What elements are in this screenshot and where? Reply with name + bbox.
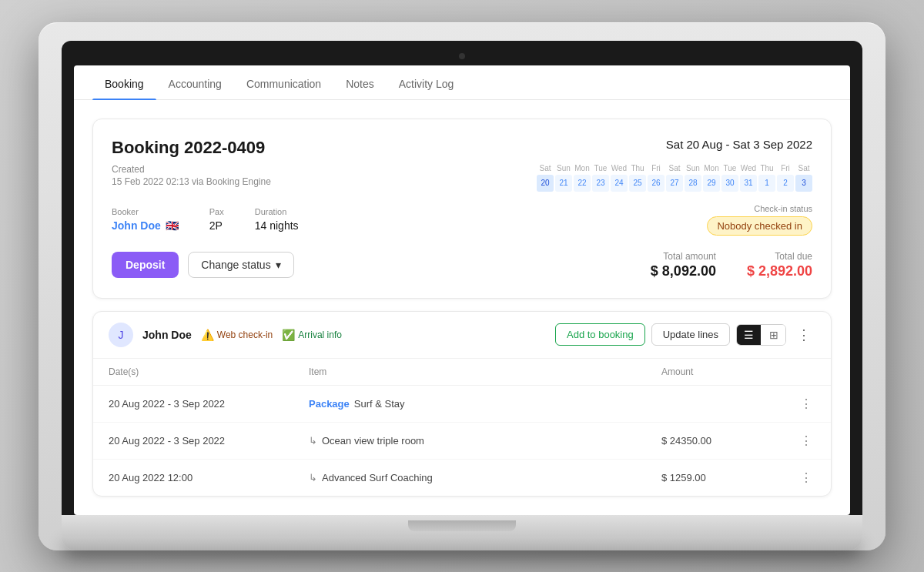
row-menu-button-2[interactable]: ⋮ (797, 432, 815, 450)
booking-table: Date(s) Item Amount 20 Aug 2022 - 3 Sep … (93, 359, 831, 496)
add-to-booking-button[interactable]: Add to booking (555, 323, 645, 346)
guest-section: J John Doe ⚠️ Web check-in ✅ Arrival inf… (92, 311, 832, 497)
update-lines-button[interactable]: Update lines (651, 323, 730, 346)
amount-section: Total amount $ 8,092.00 Total due $ 2,89… (651, 251, 812, 279)
cell-item-1: Package Surf & Stay (309, 398, 661, 410)
cell-menu-3: ⋮ (785, 469, 815, 487)
sub-item-arrow-icon-2: ↳ (309, 472, 317, 483)
main-content: Booking 2022-0409 Sat 20 Aug - Sat 3 Sep… (74, 100, 850, 515)
row-menu-button-3[interactable]: ⋮ (797, 469, 815, 487)
item-rest-3: Advanced Surf Coaching (322, 472, 433, 483)
guest-header: J John Doe ⚠️ Web check-in ✅ Arrival inf… (93, 312, 831, 359)
warning-icon: ⚠️ (201, 329, 214, 341)
guest-name: John Doe (142, 329, 192, 341)
app-content: Booking Accounting Communication Notes A… (74, 65, 850, 515)
list-view-button[interactable]: ☰ (737, 325, 761, 345)
col-header-dates: Date(s) (109, 366, 309, 377)
table-row: 20 Aug 2022 - 3 Sep 2022 Package Surf & … (93, 386, 831, 423)
booking-dates: Sat 20 Aug - Sat 3 Sep 2022 (666, 138, 812, 151)
deposit-button[interactable]: Deposit (112, 252, 179, 278)
row-menu-button-1[interactable]: ⋮ (797, 395, 815, 413)
cell-date-3: 20 Aug 2022 12:00 (109, 472, 309, 483)
action-left: Deposit Change status ▾ (112, 252, 294, 278)
view-toggle: ☰ ⊞ (736, 324, 786, 346)
cell-amount-3: $ 1259.00 (661, 472, 785, 483)
tab-notes[interactable]: Notes (333, 65, 387, 99)
cell-date-2: 20 Aug 2022 - 3 Sep 2022 (109, 435, 309, 447)
camera-dot (459, 53, 465, 59)
check-circle-icon: ✅ (282, 329, 295, 341)
table-row: 20 Aug 2022 12:00 ↳ Advanced Surf Coachi… (93, 460, 831, 496)
package-link[interactable]: Package (309, 398, 350, 410)
total-due-item: Total due $ 2,892.00 (747, 251, 812, 279)
col-header-item: Item (309, 366, 661, 377)
action-row: Deposit Change status ▾ Total amount (112, 251, 812, 279)
screen-bezel: Booking Accounting Communication Notes A… (62, 41, 862, 515)
cell-item-2: ↳ Ocean view triple room (309, 435, 661, 447)
checkin-status-badge: Nobody checked in (707, 216, 812, 236)
col-header-actions (785, 366, 815, 377)
checkin-status-container: Check-in status Nobody checked in (707, 204, 812, 236)
table-header: Date(s) Item Amount (93, 359, 831, 386)
guest-actions: Add to booking Update lines ☰ ⊞ ⋮ (555, 323, 815, 346)
amount-row: Total amount $ 8,092.00 Total due $ 2,89… (651, 251, 812, 279)
booking-header-row: Booking 2022-0409 Sat 20 Aug - Sat 3 Sep… (112, 138, 812, 158)
tab-accounting[interactable]: Accounting (156, 65, 234, 99)
laptop-hinge (408, 520, 516, 531)
calendar-days: 20 21 22 23 24 25 26 27 28 29 (537, 175, 812, 192)
pax-field: Pax 2P (209, 207, 224, 232)
calendar-headers: Sat Sun Mon Tue Wed Thu Fri Sat Sun Mo (537, 164, 812, 172)
tab-booking[interactable]: Booking (92, 65, 156, 99)
booker-field: Booker John Doe 🇬🇧 (112, 207, 179, 232)
booking-meta-row: Created 15 Feb 2022 02:13 via Booking En… (112, 164, 812, 192)
screen: Booking Accounting Communication Notes A… (74, 65, 850, 515)
sub-item-arrow-icon: ↳ (309, 435, 317, 447)
table-row: 20 Aug 2022 - 3 Sep 2022 ↳ Ocean view tr… (93, 423, 831, 460)
grid-view-button[interactable]: ⊞ (762, 325, 785, 345)
booker-name-link[interactable]: John Doe 🇬🇧 (112, 219, 179, 232)
tabs-bar: Booking Accounting Communication Notes A… (74, 65, 850, 100)
chevron-down-icon: ▾ (276, 259, 281, 271)
total-amount-item: Total amount $ 8,092.00 (651, 251, 716, 279)
booker-row: Booker John Doe 🇬🇧 Pax 2P (112, 204, 812, 236)
laptop-base (62, 515, 862, 537)
tab-communication[interactable]: Communication (234, 65, 333, 99)
calendar-mini: Sat Sun Mon Tue Wed Thu Fri Sat Sun Mo (537, 164, 812, 192)
booking-title: Booking 2022-0409 (112, 138, 265, 158)
web-checkin-badge: ⚠️ Web check-in (201, 329, 273, 341)
avatar: J (109, 323, 133, 347)
arrival-info-badge: ✅ Arrival info (282, 329, 342, 341)
tab-activity-log[interactable]: Activity Log (387, 65, 467, 99)
uk-flag-icon: 🇬🇧 (166, 219, 179, 232)
cell-item-3: ↳ Advanced Surf Coaching (309, 472, 661, 483)
item-rest-2: Ocean view triple room (322, 435, 424, 447)
duration-field: Duration 14 nights (255, 207, 299, 232)
laptop-bottom (62, 537, 862, 550)
item-rest-1: Surf & Stay (354, 398, 405, 410)
change-status-button[interactable]: Change status ▾ (188, 252, 293, 278)
cell-menu-1: ⋮ (785, 395, 815, 413)
booking-created: Created 15 Feb 2022 02:13 via Booking En… (112, 164, 271, 187)
cell-amount-2: $ 24350.00 (661, 435, 785, 447)
booking-card: Booking 2022-0409 Sat 20 Aug - Sat 3 Sep… (92, 119, 832, 299)
col-header-amount: Amount (661, 366, 785, 377)
laptop-container: Booking Accounting Communication Notes A… (38, 22, 886, 550)
more-options-button[interactable]: ⋮ (792, 323, 815, 346)
cell-menu-2: ⋮ (785, 432, 815, 450)
cell-date-1: 20 Aug 2022 - 3 Sep 2022 (109, 398, 309, 410)
